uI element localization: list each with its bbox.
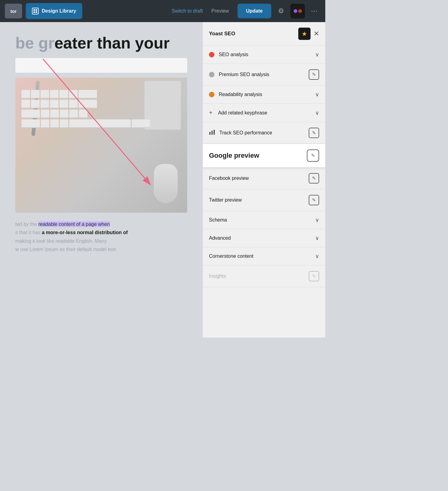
sidebar-item-add-keyphrase[interactable]: + Add related keyphrase ∨ xyxy=(203,104,325,122)
kb-key xyxy=(79,110,87,118)
design-library-button[interactable]: Design Library xyxy=(26,3,82,19)
right-sidebar: Yoast SEO ★ ✕ SEO analysis ∨ Premium xyxy=(203,22,325,338)
edit-icon: ✎ xyxy=(312,72,316,77)
kb-key xyxy=(50,90,59,99)
schema-label: Schema xyxy=(209,217,227,223)
kb-key xyxy=(60,110,68,118)
facebook-preview-label: Facebook preview xyxy=(209,176,249,181)
elementor-button[interactable]: tor xyxy=(5,4,22,18)
yoast-title: Yoast SEO xyxy=(209,31,235,37)
kb-key xyxy=(21,100,30,108)
body-line-prefix-1: ted by the xyxy=(15,222,38,227)
kb-key xyxy=(41,110,49,118)
kb-key xyxy=(21,110,40,118)
close-icon: ✕ xyxy=(314,30,319,37)
facebook-preview-edit-button[interactable]: ✎ xyxy=(309,173,319,184)
dots-icon: ⋯ xyxy=(311,7,318,15)
hero-text: be greater than your xyxy=(15,34,187,52)
sidebar-item-readability[interactable]: Readability analysis ∨ xyxy=(203,86,325,104)
design-library-icon xyxy=(32,8,39,14)
sidebar-item-cornerstone[interactable]: Cornerstone content ∨ xyxy=(203,247,325,265)
edit-icon: ✎ xyxy=(312,176,316,181)
switch-to-draft-button[interactable]: Switch to draft xyxy=(172,8,203,14)
svg-rect-7 xyxy=(211,131,213,135)
sidebar-item-track-seo[interactable]: Track SEO performance ✎ xyxy=(203,122,325,144)
insights-label: Insights xyxy=(209,273,226,279)
yoast-star-button[interactable]: ★ xyxy=(298,28,311,40)
sidebar-item-left: + Add related keyphrase xyxy=(209,109,267,116)
toolbar: tor Design Library Switch to draft Previ… xyxy=(0,0,325,22)
readability-status-dot xyxy=(209,92,214,97)
toolbar-icons: ⚙ ⋯ xyxy=(275,4,320,18)
twitter-preview-label: Twitter preview xyxy=(209,197,242,203)
sidebar-item-left: Insights xyxy=(209,273,226,279)
yoast-close-button[interactable]: ✕ xyxy=(314,30,319,38)
kb-key xyxy=(132,119,150,128)
sidebar-item-left: Cornerstone content xyxy=(209,253,253,259)
kb-key xyxy=(69,110,78,118)
seo-analysis-label: SEO analysis xyxy=(219,52,248,57)
body-line-prefix-3: making it look like readable English. Ma… xyxy=(15,238,107,244)
body-text: ted by the readable content of a page wh… xyxy=(15,220,181,253)
kb-key xyxy=(31,100,40,108)
google-preview-label: Google preview xyxy=(209,152,259,160)
gear-icon: ⚙ xyxy=(278,7,284,15)
sidebar-item-left: Twitter preview xyxy=(209,197,242,203)
twitter-preview-edit-button[interactable]: ✎ xyxy=(309,195,319,205)
kb-key xyxy=(21,119,40,128)
body-line-prefix-2: s that it has xyxy=(15,230,42,235)
google-preview-edit-button[interactable]: ✎ xyxy=(307,149,319,162)
body-line-prefix-4: w use Lorem Ipsum as their default model… xyxy=(15,247,116,252)
sidebar-item-schema[interactable]: Schema ∨ xyxy=(203,211,325,229)
sidebar-item-seo-analysis[interactable]: SEO analysis ∨ xyxy=(203,46,325,64)
readability-label: Readability analysis xyxy=(219,92,262,97)
svg-rect-3 xyxy=(36,11,37,13)
edit-icon: ✎ xyxy=(312,273,316,279)
sidebar-item-left: Schema xyxy=(209,217,227,223)
preview-button[interactable]: Preview xyxy=(211,8,229,14)
plus-icon: + xyxy=(209,109,213,116)
track-seo-label: Track SEO performance xyxy=(219,130,272,136)
sidebar-item-advanced[interactable]: Advanced ∨ xyxy=(203,229,325,247)
sidebar-item-left: Premium SEO analysis xyxy=(209,72,269,77)
sidebar-item-premium-seo[interactable]: Premium SEO analysis ✎ xyxy=(203,64,325,86)
update-button[interactable]: Update xyxy=(238,4,271,18)
kb-key xyxy=(60,119,68,128)
sidebar-item-left: Google preview xyxy=(209,152,259,160)
more-options-button[interactable]: ⋯ xyxy=(308,5,320,17)
advanced-label: Advanced xyxy=(209,235,231,241)
kb-key xyxy=(79,100,97,108)
edit-icon: ✎ xyxy=(311,153,315,158)
yoast-plugin-button[interactable] xyxy=(290,4,305,18)
star-icon: ★ xyxy=(302,30,307,37)
edit-icon: ✎ xyxy=(312,130,316,136)
page-content: be greater than your xyxy=(0,22,203,266)
chevron-down-icon: ∨ xyxy=(315,110,319,116)
premium-seo-status-dot xyxy=(209,72,214,77)
seo-analysis-status-dot xyxy=(209,52,214,57)
yoast-dot-purple-icon xyxy=(294,9,297,13)
yoast-header-icons: ★ ✕ xyxy=(298,28,319,40)
sidebar-item-twitter-preview[interactable]: Twitter preview ✎ xyxy=(203,189,325,211)
body-bold-1: a more-or-less normal distribution of xyxy=(42,230,128,235)
svg-rect-2 xyxy=(33,11,35,13)
desk-image xyxy=(15,78,187,213)
svg-rect-1 xyxy=(36,9,37,11)
sidebar-item-insights[interactable]: Insights ✎ xyxy=(203,265,325,287)
kb-key xyxy=(41,100,49,108)
kb-key xyxy=(69,90,78,99)
settings-button[interactable]: ⚙ xyxy=(275,5,287,17)
cornerstone-label: Cornerstone content xyxy=(209,253,253,259)
kb-key xyxy=(50,100,59,108)
track-seo-edit-button[interactable]: ✎ xyxy=(309,128,319,138)
sidebar-item-left: Facebook preview xyxy=(209,176,249,181)
premium-seo-edit-button[interactable]: ✎ xyxy=(309,69,319,80)
bar-chart-icon xyxy=(209,130,215,137)
insights-edit-button[interactable]: ✎ xyxy=(309,271,319,281)
mouse-visual xyxy=(153,164,178,203)
toolbar-left: tor Design Library xyxy=(5,3,168,19)
sidebar-item-google-preview[interactable]: Google preview ✎ xyxy=(203,144,325,168)
yoast-header: Yoast SEO ★ ✕ xyxy=(203,22,325,46)
sidebar-item-facebook-preview[interactable]: Facebook preview ✎ xyxy=(203,168,325,189)
chevron-down-icon: ∨ xyxy=(315,51,319,58)
